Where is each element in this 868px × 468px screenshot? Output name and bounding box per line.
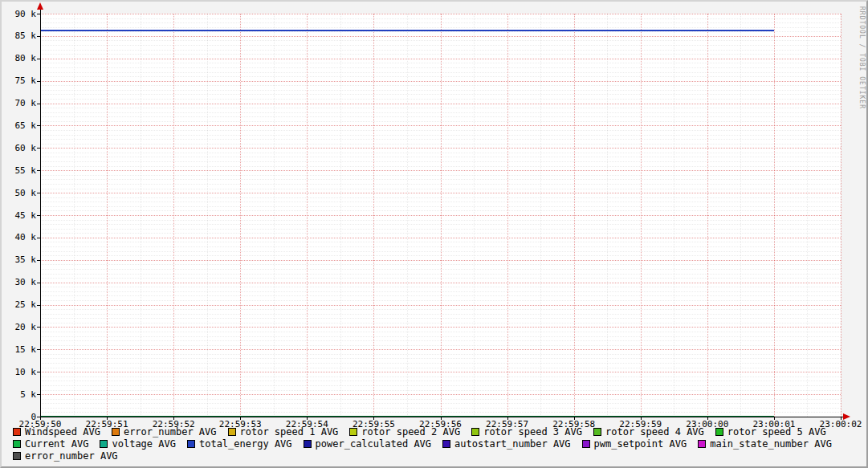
x-gridline [441, 14, 442, 417]
y-axis-tick [37, 59, 40, 59]
legend-item: total_energy AVG [187, 438, 292, 450]
x-gridline [307, 14, 308, 417]
x-axis-label: 23:00:00 [686, 419, 728, 429]
y-axis-tick [37, 327, 40, 328]
x-gridline [641, 14, 642, 417]
x-axis-label: 22:59:59 [619, 419, 662, 429]
x-gridline [507, 14, 508, 417]
x-gridline [373, 14, 374, 417]
y-axis-label: 10 k [2, 367, 36, 377]
y-axis-tick [37, 193, 40, 193]
series-line [40, 30, 774, 31]
legend-swatch [698, 440, 706, 448]
x-axis-tick [173, 417, 174, 420]
x-minor-gridline [740, 14, 741, 417]
y-axis-tick [37, 148, 40, 149]
x-axis-label: 23:00:01 [752, 419, 795, 429]
x-minor-gridline [674, 14, 674, 417]
y-axis-tick [37, 305, 40, 306]
y-axis-label: 80 k [2, 53, 36, 63]
x-minor-gridline [340, 14, 341, 417]
y-axis-tick [37, 36, 40, 37]
y-axis-tick [37, 104, 40, 104]
x-axis-label: 22:59:54 [286, 419, 328, 429]
x-minor-gridline [607, 14, 608, 417]
x-axis-tick [373, 417, 374, 420]
y-axis-line [40, 8, 41, 417]
legend-label: main_state_number AVG [710, 438, 832, 450]
legend-item: pwm_setpoint AVG [582, 438, 687, 450]
legend-row: Current AVGvoltage AVGtotal_energy AVGpo… [13, 437, 862, 450]
x-axis-tick [574, 417, 575, 420]
y-axis-label: 60 k [2, 143, 36, 153]
y-axis-label: 75 k [2, 75, 36, 86]
y-axis-label: 15 k [2, 344, 36, 355]
legend-swatch [13, 452, 21, 460]
y-axis-tick [37, 372, 40, 372]
legend-label: voltage AVG [112, 438, 175, 450]
x-gridline [240, 14, 241, 417]
x-gridline [707, 14, 708, 417]
legend-item: autostart_number AVG [442, 438, 571, 450]
legend-label: error_number AVG [25, 450, 118, 462]
x-minor-gridline [474, 14, 475, 417]
x-gridline [841, 14, 842, 417]
x-axis-label: 22:59:51 [86, 419, 128, 429]
y-axis-label: 35 k [2, 254, 36, 265]
y-axis-arrow-icon [37, 2, 43, 10]
legend-swatch [304, 440, 312, 448]
y-axis-label: 20 k [2, 322, 36, 332]
x-axis-label: 22:59:55 [352, 419, 395, 429]
legend-item: power_calculated AVG [304, 438, 432, 450]
x-axis-tick [307, 417, 308, 420]
legend-label: power_calculated AVG [316, 438, 432, 450]
legend-swatch [442, 440, 450, 448]
y-axis-label: 5 k [2, 389, 36, 400]
y-axis-label: 70 k [2, 98, 36, 108]
y-axis-label: 50 k [2, 188, 36, 198]
y-axis-label: 90 k [2, 9, 36, 19]
y-axis-tick [37, 170, 40, 171]
legend-item: error_number AVG [13, 450, 118, 462]
x-gridline [107, 14, 108, 417]
x-minor-gridline [74, 14, 75, 417]
legend-item: voltage AVG [100, 438, 175, 450]
x-minor-gridline [540, 14, 541, 417]
y-axis-tick [37, 283, 40, 283]
y-axis-tick [37, 238, 40, 238]
x-axis-label: 22:59:52 [153, 419, 195, 429]
x-axis-tick [107, 417, 108, 420]
y-axis-tick [37, 349, 40, 350]
x-axis-tick [240, 417, 241, 420]
x-axis-label: 22:59:57 [486, 419, 528, 429]
x-axis-label: 22:59:58 [552, 419, 595, 429]
x-axis-label: 22:59:53 [219, 419, 262, 429]
y-axis-label: 25 k [2, 299, 36, 310]
x-axis-label: 22:59:56 [419, 419, 462, 429]
y-axis-tick [37, 215, 40, 216]
y-axis-tick [37, 81, 40, 82]
x-axis-tick [441, 417, 442, 420]
x-axis-tick [707, 417, 708, 420]
legend-item: Current AVG [13, 438, 88, 450]
legend-swatch [582, 440, 590, 448]
x-minor-gridline [141, 14, 141, 417]
legend-label: pwm_setpoint AVG [594, 438, 687, 450]
y-axis-tick [37, 14, 40, 14]
x-minor-gridline [807, 14, 808, 417]
legend-swatch [100, 440, 108, 448]
x-axis-tick [774, 417, 775, 420]
legend-row: error_number AVG [13, 450, 862, 462]
legend-swatch [13, 440, 21, 448]
legend: Windspeed AVGerror_number AVGrotor speed… [13, 425, 862, 462]
x-axis-tick [40, 417, 41, 420]
rrd-graph: RRDTOOL / TOBI OETIKER Windspeed AVGerro… [0, 0, 868, 468]
x-axis-tick [841, 417, 842, 420]
x-axis-tick [507, 417, 508, 420]
x-minor-gridline [407, 14, 408, 417]
x-gridline [173, 14, 174, 417]
plot-area [40, 14, 841, 417]
x-axis-label: 22:59:50 [19, 419, 62, 429]
legend-swatch [471, 428, 479, 436]
y-axis-tick [37, 394, 40, 395]
